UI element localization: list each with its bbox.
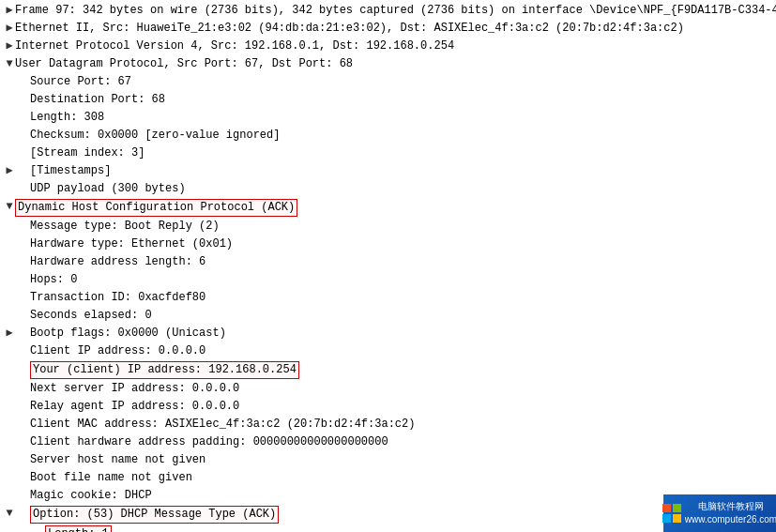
tree-line-msg-type[interactable]: Message type: Boot Reply (2) <box>0 218 776 236</box>
tree-line-client-ip[interactable]: Client IP address: 0.0.0.0 <box>0 342 776 360</box>
tree-line-opt53-len[interactable]: Length: 1 <box>0 524 776 532</box>
line-text-client-ip: Client IP address: 0.0.0.0 <box>30 343 205 359</box>
line-text-frame: Frame 97: 342 bytes on wire (2736 bits),… <box>15 3 776 19</box>
tree-line-next-server[interactable]: Next server IP address: 0.0.0.0 <box>0 380 776 398</box>
svg-rect-0 <box>662 504 671 512</box>
line-text-udp-payload: UDP payload (300 bytes) <box>30 181 186 197</box>
line-text-boot-file: Boot file name not given <box>30 470 192 486</box>
line-text-server-hostname: Server host name not given <box>30 452 205 468</box>
expander-udp[interactable]: ▼ <box>4 56 15 72</box>
tree-line-timestamps[interactable]: ▶[Timestamps] <box>0 162 776 180</box>
tree-line-dhcp-header[interactable]: ▼Dynamic Host Configuration Protocol (AC… <box>0 198 776 218</box>
line-text-ip: Internet Protocol Version 4, Src: 192.16… <box>15 38 454 54</box>
tree-line-dst-port[interactable]: Destination Port: 68 <box>0 91 776 109</box>
line-text-client-mac: Client MAC address: ASIXElec_4f:3a:c2 (2… <box>30 417 415 433</box>
line-text-timestamps: [Timestamps] <box>30 163 111 179</box>
line-text-ethernet: Ethernet II, Src: HuaweiTe_21:e3:02 (94:… <box>15 21 684 37</box>
tree-line-stream[interactable]: [Stream index: 3] <box>0 144 776 162</box>
packet-tree: ▶Frame 97: 342 bytes on wire (2736 bits)… <box>0 0 776 532</box>
tree-line-ethernet[interactable]: ▶Ethernet II, Src: HuaweiTe_21:e3:02 (94… <box>0 20 776 38</box>
tree-line-boot-file[interactable]: Boot file name not given <box>0 469 776 487</box>
windows-logo-icon <box>662 504 681 523</box>
tree-line-bootp-flags[interactable]: ▶Bootp flags: 0x0000 (Unicast) <box>0 325 776 342</box>
line-text-hops: Hops: 0 <box>30 272 77 288</box>
line-text-transaction-id: Transaction ID: 0xacfdef80 <box>30 290 205 306</box>
line-text-your-ip: Your (client) IP address: 192.168.0.254 <box>30 361 299 379</box>
tree-line-ip[interactable]: ▶Internet Protocol Version 4, Src: 192.1… <box>0 38 776 55</box>
line-text-relay-ip: Relay agent IP address: 0.0.0.0 <box>30 399 239 415</box>
expander-option53[interactable]: ▼ <box>4 506 15 522</box>
tree-line-frame[interactable]: ▶Frame 97: 342 bytes on wire (2736 bits)… <box>0 2 776 20</box>
line-text-hw-len: Hardware address length: 6 <box>30 254 205 270</box>
tree-line-option53[interactable]: ▼Option: (53) DHCP Message Type (ACK) <box>0 505 776 524</box>
tree-line-relay-ip[interactable]: Relay agent IP address: 0.0.0.0 <box>0 398 776 416</box>
svg-rect-3 <box>673 514 681 523</box>
line-text-checksum: Checksum: 0x0000 [zero-value ignored] <box>30 128 280 144</box>
watermark-site2: www.computer26.com <box>685 513 776 526</box>
line-text-seconds: Seconds elapsed: 0 <box>30 308 152 324</box>
line-text-msg-type: Message type: Boot Reply (2) <box>30 219 220 235</box>
tree-line-src-port[interactable]: Source Port: 67 <box>0 73 776 91</box>
tree-line-udp[interactable]: ▼User Datagram Protocol, Src Port: 67, D… <box>0 55 776 73</box>
tree-line-server-hostname[interactable]: Server host name not given <box>0 451 776 469</box>
line-text-src-port: Source Port: 67 <box>30 74 131 90</box>
line-text-opt53-len: Length: 1 <box>45 525 112 532</box>
expander-frame[interactable]: ▶ <box>4 3 15 19</box>
tree-line-udp-payload[interactable]: UDP payload (300 bytes) <box>0 180 776 198</box>
svg-rect-1 <box>673 504 681 512</box>
svg-rect-2 <box>662 514 671 523</box>
line-text-bootp-flags: Bootp flags: 0x0000 (Unicast) <box>30 326 226 342</box>
expander-ip[interactable]: ▶ <box>4 38 15 54</box>
tree-line-hw-len[interactable]: Hardware address length: 6 <box>0 253 776 271</box>
tree-line-checksum[interactable]: Checksum: 0x0000 [zero-value ignored] <box>0 127 776 144</box>
tree-line-hw-padding[interactable]: Client hardware address padding: 0000000… <box>0 433 776 451</box>
tree-line-hw-type[interactable]: Hardware type: Ethernet (0x01) <box>0 236 776 253</box>
watermark-site: 电脑软件教程网 <box>685 500 776 513</box>
line-text-dst-port: Destination Port: 68 <box>30 92 165 108</box>
tree-line-transaction-id[interactable]: Transaction ID: 0xacfdef80 <box>0 289 776 307</box>
line-text-udp: User Datagram Protocol, Src Port: 67, Ds… <box>15 56 353 72</box>
tree-line-magic-cookie[interactable]: Magic cookie: DHCP <box>0 487 776 505</box>
expander-timestamps[interactable]: ▶ <box>4 163 15 179</box>
tree-line-seconds[interactable]: Seconds elapsed: 0 <box>0 307 776 325</box>
watermark: 电脑软件教程网 www.computer26.com <box>663 494 776 532</box>
line-text-hw-type: Hardware type: Ethernet (0x01) <box>30 236 233 252</box>
line-text-next-server: Next server IP address: 0.0.0.0 <box>30 381 239 397</box>
tree-line-hops[interactable]: Hops: 0 <box>0 271 776 289</box>
expander-ethernet[interactable]: ▶ <box>4 21 15 37</box>
tree-line-length[interactable]: Length: 308 <box>0 109 776 127</box>
tree-line-client-mac[interactable]: Client MAC address: ASIXElec_4f:3a:c2 (2… <box>0 416 776 433</box>
line-text-option53: Option: (53) DHCP Message Type (ACK) <box>30 506 279 524</box>
line-text-dhcp-header: Dynamic Host Configuration Protocol (ACK… <box>15 199 297 217</box>
line-text-magic-cookie: Magic cookie: DHCP <box>30 488 152 504</box>
expander-bootp-flags[interactable]: ▶ <box>4 326 15 342</box>
main-content: ▶Frame 97: 342 bytes on wire (2736 bits)… <box>0 0 776 532</box>
line-text-hw-padding: Client hardware address padding: 0000000… <box>30 434 388 450</box>
expander-dhcp-header[interactable]: ▼ <box>4 199 15 215</box>
tree-line-your-ip[interactable]: Your (client) IP address: 192.168.0.254 <box>0 360 776 380</box>
line-text-length: Length: 308 <box>30 110 104 126</box>
line-text-stream: [Stream index: 3] <box>30 145 145 161</box>
